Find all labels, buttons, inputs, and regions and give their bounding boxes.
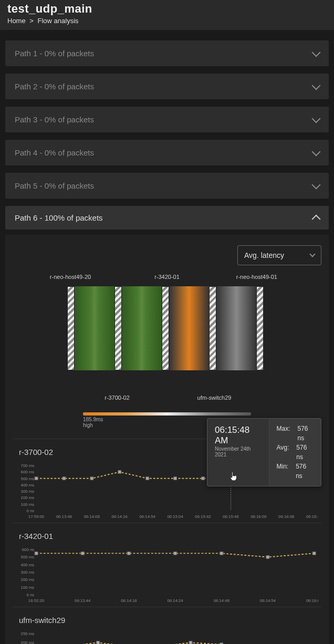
page-header: test_udp_main Home > Flow analysis — [0, 0, 334, 30]
svg-text:06:14:16: 06:14:16 — [112, 514, 128, 519]
svg-text:250 ms: 250 ms — [21, 631, 35, 636]
svg-text:06:15:04: 06:15:04 — [167, 514, 183, 519]
chart-tooltip: 06:15:48 AM November 24th 2021 Max:576 n… — [207, 418, 321, 486]
chevron-down-icon — [312, 147, 321, 156]
breadcrumb-current: Flow analysis — [38, 17, 79, 25]
path-row-3[interactable]: Path 3 - 0% of packets — [5, 107, 329, 132]
node-label: r-3700-02 — [96, 394, 138, 401]
node-label: r-neo-host49-01 — [235, 274, 277, 280]
path-label: Path 2 - 0% of packets — [15, 82, 94, 91]
path-label: Path 3 - 0% of packets — [15, 115, 94, 124]
svg-text:100 ms: 100 ms — [21, 502, 35, 507]
svg-rect-25 — [202, 477, 205, 480]
svg-text:16:52:20: 16:52:20 — [28, 598, 45, 603]
chevron-down-icon — [312, 81, 321, 90]
breadcrumb-home[interactable]: Home — [7, 17, 26, 25]
svg-rect-70 — [97, 641, 100, 644]
svg-rect-51 — [312, 552, 316, 555]
latency-chart-2[interactable]: 600 ns500 ms400 ms300 ms200 ms100 ms0 ns… — [16, 547, 318, 605]
svg-text:700 ms: 700 ms — [21, 463, 35, 468]
chevron-down-icon — [309, 251, 315, 257]
path-label: Path 4 - 0% of packets — [15, 148, 94, 157]
chevron-down-icon — [312, 114, 321, 123]
svg-text:06:16:00: 06:16:00 — [306, 598, 318, 603]
latency-chart-3[interactable]: 250 ms200 ms150 ms100 ms50 ms0 ns16:25:4… — [16, 631, 318, 644]
svg-text:200 ms: 200 ms — [21, 496, 35, 501]
path-label: Path 6 - 100% of packets — [15, 213, 103, 222]
svg-text:06:13:48: 06:13:48 — [56, 514, 72, 519]
tooltip-time: 06:15:48 AM — [215, 425, 262, 446]
svg-text:0 ns: 0 ns — [26, 593, 34, 597]
svg-text:600 ms: 600 ms — [21, 470, 35, 474]
svg-rect-49 — [220, 552, 223, 555]
svg-text:300 ms: 300 ms — [21, 570, 35, 575]
svg-rect-47 — [128, 552, 131, 555]
svg-text:06:14:48: 06:14:48 — [214, 598, 229, 603]
path-row-4[interactable]: Path 4 - 0% of packets — [5, 140, 329, 165]
svg-text:06:16:08: 06:16:08 — [278, 514, 294, 519]
page-title: test_udp_main — [7, 2, 327, 16]
svg-text:100 ms: 100 ms — [21, 585, 35, 590]
svg-text:400 ms: 400 ms — [21, 563, 35, 567]
svg-text:200 ms: 200 ms — [21, 640, 35, 644]
svg-text:300 ms: 300 ms — [21, 489, 35, 494]
pointer-cursor-icon — [231, 472, 238, 481]
breadcrumb: Home > Flow analysis — [7, 17, 327, 25]
svg-rect-73 — [189, 641, 192, 644]
svg-text:500 ms: 500 ms — [21, 555, 35, 559]
svg-text:06:15:42: 06:15:42 — [195, 514, 211, 519]
svg-text:400 ms: 400 ms — [21, 483, 35, 487]
svg-rect-50 — [266, 556, 269, 559]
breadcrumb-sep: > — [29, 17, 34, 25]
svg-text:06:14:18: 06:14:18 — [121, 598, 137, 603]
svg-text:06:14:08: 06:14:08 — [84, 514, 100, 519]
svg-text:06:14:54: 06:14:54 — [140, 514, 156, 519]
topology-diagram: r-neo-host49-20 r-3420-01 r-neo-host49-0… — [67, 286, 267, 391]
dropdown-value: Avg. latency — [244, 251, 284, 259]
svg-rect-24 — [174, 477, 177, 480]
path-label: Path 5 - 0% of packets — [15, 181, 94, 190]
svg-text:06:14:54: 06:14:54 — [260, 598, 276, 603]
svg-rect-23 — [146, 477, 149, 480]
svg-text:06:13:44: 06:13:44 — [75, 598, 91, 603]
chart-title: ufm-switch29 — [16, 616, 318, 625]
node-label: ufm-switch29 — [193, 394, 235, 401]
svg-rect-48 — [174, 552, 177, 555]
svg-rect-22 — [118, 471, 121, 474]
svg-text:06:14:24: 06:14:24 — [167, 598, 183, 603]
path-label: Path 1 - 0% of packets — [15, 49, 94, 58]
svg-text:600 ns: 600 ns — [22, 547, 35, 552]
path-row-6[interactable]: Path 6 - 100% of packets — [5, 206, 329, 230]
chart-title: r-3420-01 — [16, 532, 318, 541]
path-expanded-content: Avg. latency r-neo-host49-20 r-3420-01 r… — [5, 235, 329, 644]
svg-text:06:16:10: 06:16:10 — [306, 514, 318, 519]
svg-text:500 ms: 500 ms — [21, 476, 35, 481]
path-row-5[interactable]: Path 5 - 0% of packets — [5, 173, 329, 199]
path-row-1[interactable]: Path 1 - 0% of packets — [5, 40, 329, 66]
svg-rect-19 — [35, 477, 38, 480]
path-row-2[interactable]: Path 2 - 0% of packets — [5, 74, 329, 99]
svg-rect-45 — [35, 552, 38, 555]
svg-rect-46 — [81, 552, 84, 555]
svg-text:0 ns: 0 ns — [26, 508, 34, 513]
chevron-down-icon — [312, 48, 321, 57]
svg-text:17:59:00: 17:59:00 — [28, 514, 45, 519]
svg-text:06:15:48: 06:15:48 — [223, 514, 238, 519]
node-label: r-3420-01 — [146, 274, 188, 280]
svg-rect-20 — [62, 477, 66, 480]
svg-rect-21 — [90, 477, 93, 480]
metric-dropdown[interactable]: Avg. latency — [237, 245, 321, 265]
tooltip-date: November 24th 2021 — [215, 446, 262, 458]
chevron-down-icon — [312, 180, 321, 189]
chevron-up-icon — [312, 214, 321, 223]
svg-text:06:16:00: 06:16:00 — [250, 514, 267, 519]
node-label: r-neo-host49-20 — [49, 274, 91, 280]
svg-text:200 ms: 200 ms — [21, 577, 35, 582]
